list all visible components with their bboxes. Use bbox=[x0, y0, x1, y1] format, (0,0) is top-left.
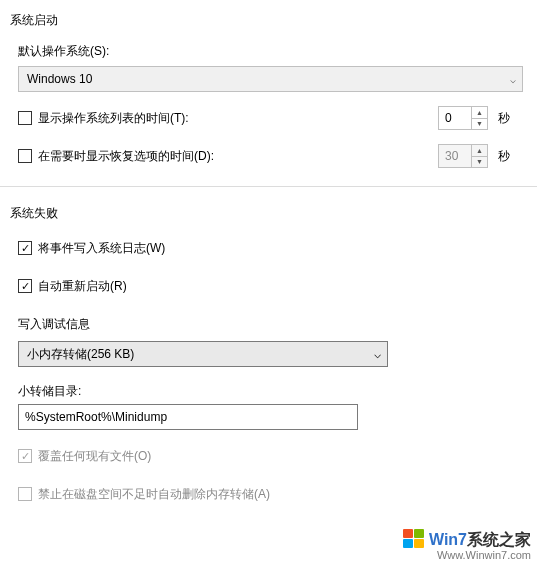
chevron-down-icon: ⌵ bbox=[374, 347, 381, 361]
spinner-up-icon[interactable]: ▲ bbox=[472, 145, 487, 157]
recovery-time-unit: 秒 bbox=[498, 148, 510, 165]
disable-auto-delete-label: 禁止在磁盘空间不足时自动删除内存转储(A) bbox=[38, 486, 270, 503]
chevron-down-icon: ⌵ bbox=[510, 74, 516, 85]
spinner-down-icon[interactable]: ▼ bbox=[472, 157, 487, 168]
write-log-label: 将事件写入系统日志(W) bbox=[38, 240, 165, 257]
watermark-brand-suffix: 系统之家 bbox=[467, 531, 531, 548]
watermark-brand-prefix: Win7 bbox=[429, 531, 467, 548]
default-os-label: 默认操作系统(S): bbox=[18, 43, 519, 60]
recovery-time-spinner[interactable]: 30 ▲ ▼ bbox=[438, 144, 488, 168]
windows-logo-icon bbox=[403, 529, 425, 549]
default-os-value: Windows 10 bbox=[27, 72, 92, 86]
auto-restart-checkbox[interactable] bbox=[18, 279, 32, 293]
write-log-checkbox[interactable] bbox=[18, 241, 32, 255]
disable-auto-delete-checkbox bbox=[18, 487, 32, 501]
show-recovery-checkbox[interactable] bbox=[18, 149, 32, 163]
watermark: Win7系统之家 Www.Winwin7.com bbox=[403, 529, 531, 561]
dump-type-select[interactable]: 小内存转储(256 KB) ⌵ bbox=[18, 341, 388, 367]
dump-dir-input[interactable]: %SystemRoot%\Minidump bbox=[18, 404, 358, 430]
show-os-list-label: 显示操作系统列表的时间(T): bbox=[38, 110, 189, 127]
overwrite-label: 覆盖任何现有文件(O) bbox=[38, 448, 151, 465]
show-os-list-checkbox[interactable] bbox=[18, 111, 32, 125]
section-startup-title: 系统启动 bbox=[0, 0, 537, 29]
default-os-select[interactable]: Windows 10 ⌵ bbox=[18, 66, 523, 92]
os-list-time-value: 0 bbox=[439, 107, 471, 129]
dump-dir-label: 小转储目录: bbox=[18, 383, 519, 400]
section-failure-title: 系统失败 bbox=[0, 187, 537, 222]
spinner-down-icon[interactable]: ▼ bbox=[472, 119, 487, 130]
os-list-time-spinner[interactable]: 0 ▲ ▼ bbox=[438, 106, 488, 130]
debug-info-heading: 写入调试信息 bbox=[18, 316, 519, 333]
spinner-up-icon[interactable]: ▲ bbox=[472, 107, 487, 119]
os-list-time-unit: 秒 bbox=[498, 110, 510, 127]
dump-type-value: 小内存转储(256 KB) bbox=[27, 346, 134, 363]
auto-restart-label: 自动重新启动(R) bbox=[38, 278, 127, 295]
dump-dir-value: %SystemRoot%\Minidump bbox=[25, 410, 167, 424]
recovery-time-value: 30 bbox=[439, 145, 471, 167]
overwrite-checkbox bbox=[18, 449, 32, 463]
show-recovery-label: 在需要时显示恢复选项的时间(D): bbox=[38, 148, 214, 165]
